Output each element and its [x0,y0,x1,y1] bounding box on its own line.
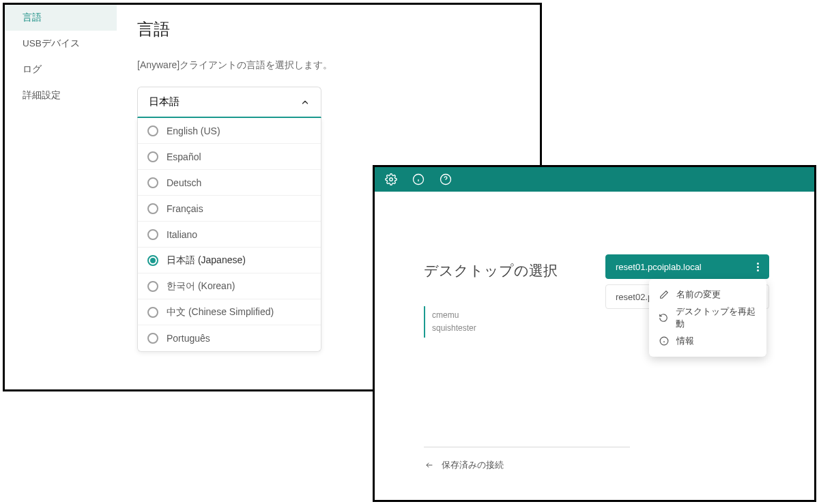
desktop-body: デスクトップの選択 cmemu squishtester reset01.pco… [375,192,814,500]
language-option[interactable]: Français [138,196,321,222]
ctx-info[interactable]: 情報 [649,329,766,353]
ctx-label: デスクトップを再起動 [676,306,757,330]
svg-point-0 [390,178,393,181]
chevron-up-icon [300,98,310,107]
info-icon[interactable] [412,173,425,186]
language-option[interactable]: Português [138,325,321,351]
radio-icon [147,333,158,344]
desktop-title: デスクトップの選択 [424,261,558,280]
more-icon[interactable] [754,260,762,274]
ctx-rename[interactable]: 名前の変更 [649,283,766,306]
language-option-label: Português [167,333,210,344]
sidebar-item-label: USBデバイス [23,38,80,48]
language-option-label: Deutsch [167,177,201,188]
back-link[interactable]: 保存済みの接続 [424,459,504,471]
desktop-context-menu: 名前の変更 デスクトップを再起動 情報 [649,279,766,357]
settings-sidebar: 言語 USBデバイス ログ 詳細設定 [5,5,117,389]
language-option[interactable]: 한국어 (Korean) [138,273,321,299]
language-select-value: 日本語 [149,95,179,108]
language-option[interactable]: Deutsch [138,170,321,196]
language-option-label: English (US) [167,125,220,136]
radio-icon [147,281,158,292]
gear-icon[interactable] [384,173,398,186]
radio-icon [147,229,158,240]
ctx-label: 情報 [676,335,694,347]
language-options-list: English (US) Español Deutsch Français It… [137,118,321,352]
divider [424,447,630,447]
language-option[interactable]: Italiano [138,222,321,248]
desktop-item-label: reset01.pcoiplab.local [616,262,702,272]
ctx-restart[interactable]: デスクトップを再起動 [649,306,766,329]
radio-icon [147,203,158,214]
language-select-button[interactable]: 日本語 [137,87,321,118]
radio-icon [147,255,158,266]
radio-icon [147,307,158,318]
restart-icon [659,312,669,323]
connection-meta: cmemu squishtester [424,306,476,338]
language-option[interactable]: 中文 (Chinese Simplified) [138,299,321,325]
sidebar-item-advanced[interactable]: 詳細設定 [5,83,117,108]
language-option-label: Español [167,151,201,162]
page-title: 言語 [137,18,519,40]
sidebar-item-label: 詳細設定 [23,90,61,100]
arrow-left-icon [424,461,435,469]
pencil-icon [659,289,670,300]
language-option-label: Italiano [167,229,197,240]
radio-icon [147,125,158,136]
meta-line: squishtester [432,322,476,335]
radio-icon [147,151,158,162]
language-option[interactable]: English (US) [138,118,321,144]
language-option[interactable]: 日本語 (Japanese) [138,248,321,273]
back-link-label: 保存済みの接続 [442,459,504,471]
help-icon[interactable] [439,173,452,186]
sidebar-item-usb[interactable]: USBデバイス [5,31,117,57]
page-subtitle: [Anyware]クライアントの言語を選択します。 [137,59,519,72]
desktop-selection-window: デスクトップの選択 cmemu squishtester reset01.pco… [373,165,816,502]
ctx-label: 名前の変更 [676,288,721,301]
language-option-label: 日本語 (Japanese) [167,254,246,267]
language-option[interactable]: Español [138,144,321,170]
language-select: 日本語 English (US) Español Deutsch Françai… [137,87,321,352]
meta-line: cmemu [432,309,476,322]
sidebar-item-logs[interactable]: ログ [5,57,117,83]
desktop-topbar [375,167,814,192]
info-icon [659,336,670,346]
language-option-label: 한국어 (Korean) [167,280,235,293]
sidebar-item-label: ログ [23,64,42,74]
language-option-label: 中文 (Chinese Simplified) [167,306,274,318]
desktop-item[interactable]: reset01.pcoiplab.local [605,254,769,279]
radio-icon [147,177,158,188]
sidebar-item-language[interactable]: 言語 [5,5,117,31]
sidebar-item-label: 言語 [23,12,42,23]
language-option-label: Français [167,203,203,214]
